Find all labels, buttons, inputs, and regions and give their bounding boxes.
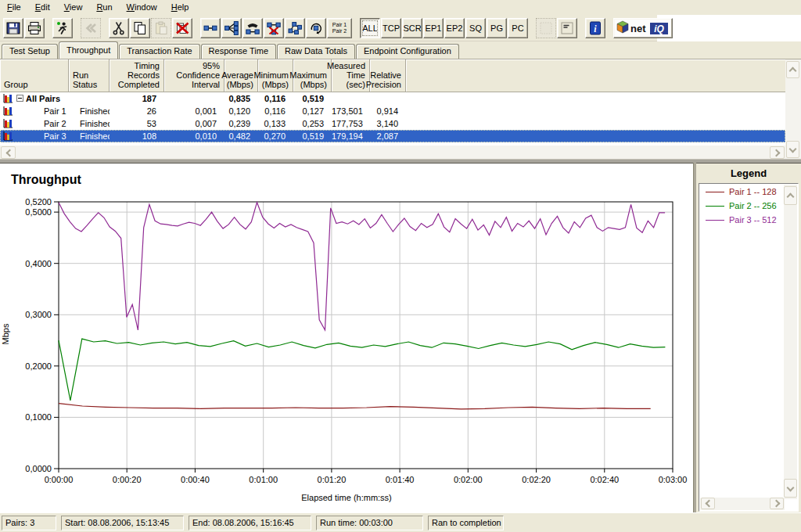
legend-horizontal-scrollbar[interactable] [700, 498, 785, 510]
filter-ep1-button[interactable]: EP1 [423, 18, 444, 38]
tab-raw-data-totals[interactable]: Raw Data Totals [277, 44, 355, 59]
save-button[interactable] [3, 18, 23, 38]
status-panel-1: Start: 08.08.2006, 15:13:45 [61, 516, 184, 530]
value-cell-avg: 0,835 [224, 94, 258, 103]
svg-text:0:01:40: 0:01:40 [386, 475, 415, 484]
column-header-prec[interactable]: RelativePrecision [370, 59, 406, 92]
paste-button[interactable] [151, 18, 171, 38]
menu-help[interactable]: Help [164, 1, 196, 14]
legend-line-swatch [706, 220, 724, 221]
replicate-pair-button[interactable] [306, 18, 326, 38]
table-row-pair-3[interactable]: Pair 3Finished1080,0100,4820,2700,519179… [0, 130, 785, 142]
column-header-filler [406, 59, 785, 92]
legend-box: Pair 1 -- 128Pair 2 -- 256Pair 3 -- 512 [699, 183, 799, 512]
filter-scr-button[interactable]: SCR [402, 18, 422, 38]
value-cell-max: 0,519 [293, 131, 332, 141]
svg-text:0:00:20: 0:00:20 [113, 475, 142, 484]
status-panel-0: Pairs: 3 [2, 516, 56, 530]
status-bar: Pairs: 3Start: 08.08.2006, 15:13:45End: … [0, 512, 801, 532]
svg-text:0,2000: 0,2000 [25, 361, 52, 371]
svg-text:0:01:00: 0:01:00 [249, 475, 278, 484]
pair-chart-icon [2, 131, 13, 143]
value-cell-time: 177,753 [332, 119, 370, 128]
column-header-status[interactable]: Run Status [69, 59, 110, 92]
table-row-all-pairs[interactable]: All Pairs1870,8350,1160,519 [0, 92, 785, 105]
add-multicast-group-button[interactable] [221, 18, 242, 38]
copy-button[interactable] [130, 18, 150, 38]
netiq-logo-button[interactable]: netiQ [613, 18, 673, 38]
scroll-right-button[interactable] [770, 146, 785, 159]
scroll-left-button[interactable] [1, 146, 16, 159]
chevron-up-icon [789, 67, 797, 75]
status-panel-4: Ran to completion [428, 516, 504, 530]
tab-response-time[interactable]: Response Time [201, 44, 276, 59]
filter-all-button[interactable]: ALL [360, 18, 380, 38]
filter-ep2-button[interactable]: EP2 [444, 18, 465, 38]
value-cell-prec: 2,087 [370, 131, 406, 141]
svg-text:0,0000: 0,0000 [25, 464, 52, 473]
value-cell-min: 0,116 [258, 106, 293, 116]
table-vertical-scrollbar[interactable] [785, 59, 801, 160]
filter-pg-button[interactable]: PG [487, 18, 507, 38]
window-list-button[interactable] [557, 18, 577, 38]
delete-button[interactable] [172, 18, 192, 38]
svg-text:0:02:00: 0:02:00 [454, 475, 483, 484]
legend-pane: Legend Pair 1 -- 128Pair 2 -- 256Pair 3 … [696, 163, 801, 512]
legend-title: Legend [696, 167, 801, 179]
column-header-time[interactable]: MeasuredTime (sec) [332, 59, 370, 92]
legend-scroll-right-button[interactable] [770, 498, 784, 509]
run-test-button[interactable] [52, 18, 73, 38]
run-status-cell: Finished [69, 106, 110, 116]
table-horizontal-scrollbar[interactable] [0, 146, 785, 160]
svg-text:net: net [630, 23, 646, 34]
value-cell-time: 179,194 [332, 131, 370, 141]
table-body: All Pairs1870,8350,1160,519Pair 1Finishe… [0, 92, 785, 142]
print-button[interactable] [24, 18, 45, 38]
svg-text:0:02:40: 0:02:40 [590, 475, 619, 484]
value-cell-conf: 0,007 [164, 119, 224, 128]
column-header-min[interactable]: Minimum(Mbps) [258, 59, 293, 92]
abort-test-button[interactable] [81, 18, 101, 38]
run-status-cell: Finished [69, 131, 110, 141]
legend-scroll-down-button[interactable] [784, 479, 797, 498]
pair-diagram-button[interactable] [285, 18, 305, 38]
column-header-max[interactable]: Maximum(Mbps) [293, 59, 332, 92]
collapse-expander-icon[interactable] [16, 95, 23, 102]
tab-endpoint-configuration[interactable]: Endpoint Configuration [356, 44, 459, 59]
value-cell-avg: 0,239 [224, 119, 258, 128]
menu-file[interactable]: File [0, 1, 28, 14]
svg-text:0:03:00: 0:03:00 [659, 475, 688, 484]
legend-scroll-up-button[interactable] [784, 186, 797, 205]
application-window: FileEditViewRunWindowHelp Pair 1Pair 2AL… [0, 0, 801, 532]
legend-line-swatch [706, 206, 724, 207]
menu-window[interactable]: Window [120, 1, 164, 14]
menu-view[interactable]: View [57, 1, 90, 14]
tab-throughput[interactable]: Throughput [59, 41, 118, 59]
help-info-button[interactable]: i [585, 18, 605, 38]
value-cell-timing: 108 [110, 131, 164, 141]
filter-pc-button[interactable]: PC [508, 18, 528, 38]
tab-test-setup[interactable]: Test Setup [2, 44, 58, 59]
filter-sq-button[interactable]: SQ [465, 18, 486, 38]
window-grid-button[interactable] [536, 18, 556, 38]
pair-list-button[interactable]: Pair 1Pair 2 [327, 18, 352, 38]
legend-vertical-scrollbar[interactable] [784, 185, 797, 499]
legend-scroll-left-button[interactable] [701, 498, 715, 509]
column-header-timing[interactable]: Timing RecordsCompleted [110, 59, 164, 92]
cut-button[interactable] [109, 18, 129, 38]
filter-tcp-button[interactable]: TCP [381, 18, 401, 38]
add-pair-button[interactable] [200, 18, 221, 38]
column-header-group[interactable]: Group [0, 59, 69, 92]
value-cell-max: 0,253 [293, 119, 332, 128]
tab-transaction-rate[interactable]: Transaction Rate [119, 44, 199, 59]
delete-pair-button[interactable] [264, 18, 284, 38]
menu-run[interactable]: Run [89, 1, 119, 14]
column-header-conf[interactable]: 95% ConfidenceInterval [164, 59, 224, 92]
table-row-pair-2[interactable]: Pair 2Finished530,0070,2390,1330,253177,… [0, 117, 785, 130]
menu-edit[interactable]: Edit [28, 1, 57, 14]
value-cell-prec: 3,140 [370, 119, 406, 128]
scroll-up-button[interactable] [786, 61, 799, 78]
scroll-down-button[interactable] [786, 141, 799, 158]
add-voip-pair-button[interactable] [242, 18, 263, 38]
table-row-pair-1[interactable]: Pair 1Finished260,0010,1200,1160,127173,… [0, 105, 785, 117]
